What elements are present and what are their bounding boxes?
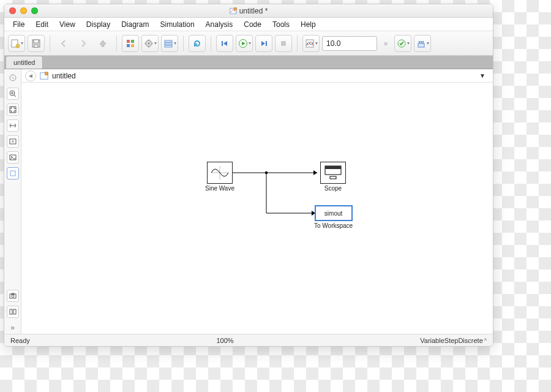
window-controls	[9, 7, 38, 14]
svg-point-49	[12, 295, 14, 298]
screenshot-tool-button[interactable]	[7, 290, 19, 302]
model-icon	[40, 72, 48, 80]
breadcrumb-model-name[interactable]: untitled	[52, 72, 76, 80]
svg-rect-7	[34, 45, 38, 47]
fit-to-view-button[interactable]	[7, 104, 19, 116]
solver-caret-icon: ^	[484, 337, 487, 344]
svg-rect-52	[13, 309, 16, 314]
menu-simulation[interactable]: Simulation	[156, 19, 200, 30]
svg-rect-26	[266, 41, 267, 46]
svg-rect-19	[165, 43, 172, 45]
menu-display[interactable]: Display	[81, 19, 115, 30]
block-to-workspace-label: To Workspace	[314, 222, 353, 229]
status-text: Ready	[10, 337, 30, 344]
toolbar-separator	[50, 36, 50, 51]
step-forward-button[interactable]	[255, 35, 272, 52]
svg-text:A: A	[11, 140, 13, 143]
menu-code[interactable]: Code	[239, 19, 266, 30]
solver-text[interactable]: VariableStepDiscrete	[420, 337, 483, 344]
svg-rect-8	[127, 40, 130, 43]
annotation-tool-button[interactable]: A	[7, 135, 19, 148]
image-tool-button[interactable]	[7, 151, 19, 164]
block-sine-wave[interactable]: Sine Wave	[205, 162, 234, 192]
statusbar: Ready 100% VariableStepDiscrete ^	[4, 334, 493, 346]
app-window: untitled * File Edit View Display Diagra…	[4, 4, 493, 347]
new-model-button[interactable]: + ▾	[8, 35, 25, 52]
library-browser-button[interactable]	[122, 35, 139, 52]
model-advisor-check-button[interactable]: ▾	[394, 35, 411, 52]
svg-marker-25	[261, 41, 265, 46]
toolbar-separator	[211, 36, 211, 51]
svg-line-39	[14, 95, 16, 97]
left-palette: A »	[4, 69, 21, 334]
simulink-doc-icon	[230, 7, 237, 15]
editor-body: A » ◄ untitled ▼	[4, 69, 493, 334]
block-to-workspace-var: simout	[324, 210, 342, 217]
menu-tools[interactable]: Tools	[268, 19, 294, 30]
run-button[interactable]: ▾	[236, 35, 253, 52]
stop-button[interactable]	[275, 35, 292, 52]
menu-analysis[interactable]: Analysis	[201, 19, 238, 30]
update-diagram-button[interactable]	[189, 35, 206, 52]
svg-rect-27	[282, 42, 285, 45]
stop-time-input[interactable]: 10.0	[322, 36, 377, 51]
menu-diagram[interactable]: Diagram	[116, 19, 154, 30]
menu-view[interactable]: View	[54, 19, 80, 30]
tabstrip: untitled	[4, 56, 493, 69]
svg-marker-56	[313, 170, 317, 175]
svg-rect-9	[131, 40, 134, 43]
save-button[interactable]	[28, 35, 45, 52]
svg-rect-30	[418, 43, 424, 47]
viewmarks-button[interactable]	[7, 306, 19, 318]
menu-edit[interactable]: Edit	[31, 19, 53, 30]
zoom-tool-button[interactable]	[7, 88, 19, 100]
area-tool-button[interactable]	[7, 167, 19, 179]
svg-rect-42	[10, 107, 16, 113]
breadcrumb-back-button[interactable]: ◄	[25, 70, 36, 81]
menu-file[interactable]: File	[8, 19, 29, 30]
toolbar-separator	[116, 36, 117, 51]
svg-rect-62	[325, 166, 341, 169]
back-button[interactable]	[55, 35, 72, 52]
forward-button[interactable]	[75, 35, 92, 52]
svg-rect-21	[222, 41, 223, 46]
block-to-workspace[interactable]: simout To Workspace	[314, 205, 353, 229]
toolbar-separator	[297, 36, 298, 51]
main-area: ◄ untitled ▼	[21, 69, 493, 334]
close-window-button[interactable]	[9, 7, 16, 14]
stop-time-value: 10.0	[326, 39, 340, 48]
svg-rect-47	[10, 171, 15, 176]
toolbar: + ▾ ▾	[4, 31, 493, 56]
svg-rect-20	[165, 45, 172, 47]
zoom-window-button[interactable]	[31, 7, 38, 14]
minimize-window-button[interactable]	[20, 7, 27, 14]
svg-point-13	[148, 42, 149, 44]
step-back-button[interactable]	[216, 35, 233, 52]
sample-time-legend-button[interactable]	[7, 119, 19, 132]
block-scope[interactable]: Scope	[320, 162, 346, 192]
model-configuration-button[interactable]: ▾	[141, 35, 159, 52]
svg-rect-54	[45, 72, 48, 74]
build-button[interactable]: ▾	[414, 35, 431, 52]
titlebar: untitled *	[4, 4, 493, 18]
model-explorer-button[interactable]: ▾	[161, 35, 178, 52]
svg-marker-22	[223, 41, 227, 46]
hide-browser-button[interactable]	[7, 72, 19, 84]
data-inspector-button[interactable]: ▾	[302, 35, 320, 52]
up-button[interactable]	[94, 35, 111, 52]
svg-rect-1	[234, 7, 236, 10]
svg-rect-18	[165, 40, 172, 42]
toolbar-separator	[183, 36, 184, 51]
zoom-level[interactable]: 100%	[35, 337, 415, 344]
tab-untitled[interactable]: untitled	[6, 56, 43, 69]
palette-expand-button[interactable]: »	[7, 322, 19, 334]
menu-help[interactable]: Help	[296, 19, 321, 30]
svg-rect-6	[34, 40, 39, 43]
scope-icon	[323, 164, 343, 181]
model-canvas[interactable]: Sine Wave Scope	[21, 83, 493, 334]
fast-restart-more-button[interactable]: »	[380, 35, 392, 52]
block-sine-wave-label: Sine Wave	[205, 185, 234, 192]
block-scope-label: Scope	[320, 185, 346, 192]
breadcrumb-dropdown[interactable]: ▼	[479, 72, 489, 79]
svg-rect-51	[10, 309, 12, 314]
